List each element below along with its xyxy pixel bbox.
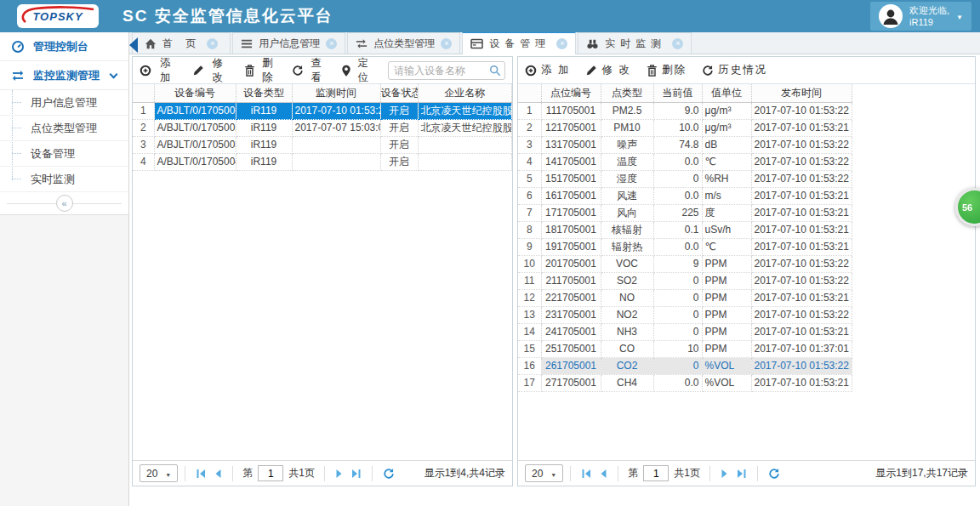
- table-cell: 北京凌天世纪控股股份有限公司: [418, 119, 512, 136]
- table-row[interactable]: 2121705001PM1010.0μg/m³2017-07-10 01:53:…: [518, 119, 852, 136]
- prev-page-button[interactable]: [595, 467, 611, 480]
- table-row[interactable]: 11211705001SO20PPM2017-07-10 01:53:22: [518, 272, 852, 289]
- sidebar-item-user-info[interactable]: 用户信息管理: [0, 90, 128, 116]
- col-header-point-type[interactable]: 点类型: [601, 84, 653, 102]
- row-number-header[interactable]: [133, 84, 154, 102]
- first-page-icon: [196, 469, 207, 479]
- tab-label: 首 页: [162, 37, 201, 51]
- col-header-device-type[interactable]: 设备类型: [236, 84, 292, 102]
- table-row[interactable]: 6161705001风速0.0m/s2017-07-10 01:53:21: [518, 187, 852, 204]
- sidebar-item-point-type[interactable]: 点位类型管理: [0, 116, 128, 141]
- sidebar-item-console[interactable]: 管理控制台: [0, 32, 128, 61]
- view-button[interactable]: 查看: [292, 56, 325, 85]
- page-size-select[interactable]: 20: [525, 464, 563, 482]
- close-icon[interactable]: [326, 38, 337, 49]
- tab-point-type[interactable]: 点位类型管理: [347, 32, 460, 54]
- next-page-button[interactable]: [332, 467, 347, 480]
- search-input[interactable]: [388, 61, 505, 80]
- table-row[interactable]: 16261705001CO20%VOL2017-07-10 01:53:22: [518, 357, 852, 374]
- col-header-point-code[interactable]: 点位编号: [541, 84, 601, 102]
- col-header-monitor-time[interactable]: 监测时间: [292, 84, 380, 102]
- user-menu[interactable]: 欢迎光临, iR119: [870, 2, 971, 31]
- table-row[interactable]: 17271705001CH40.0%VOL2017-07-10 01:53:21: [518, 374, 852, 391]
- tab-realtime[interactable]: 实时监测: [578, 32, 692, 54]
- table-row[interactable]: 10201705001VOC9PPM2017-07-10 01:53:22: [518, 255, 852, 272]
- page-prefix-label: 第: [628, 466, 638, 480]
- page-number-input[interactable]: [643, 465, 669, 481]
- tab-user-info[interactable]: 用户信息管理: [232, 32, 345, 54]
- close-icon[interactable]: [556, 38, 567, 49]
- table-cell: 温度: [601, 153, 653, 170]
- table-row[interactable]: 1111705001PM2.59.0μg/m³2017-07-10 01:53:…: [518, 102, 852, 119]
- sidebar-item-device-mgmt[interactable]: 设备管理: [0, 141, 128, 167]
- delete-button[interactable]: 删除: [244, 56, 276, 85]
- table-row[interactable]: 15251705001CO10PPM2017-07-10 01:37:01: [518, 340, 852, 357]
- add-button[interactable]: 添 加: [525, 63, 570, 77]
- divider: [7, 203, 56, 204]
- col-header-publish-time[interactable]: 发布时间: [751, 84, 852, 102]
- table-row[interactable]: 14241705001NH30PPM2017-07-10 01:53:21: [518, 323, 852, 340]
- table-row[interactable]: 12221705001NO0PPM2017-07-10 01:53:21: [518, 289, 852, 306]
- page-number-input[interactable]: [258, 465, 283, 481]
- tab-device-mgmt[interactable]: 设备管理: [462, 31, 576, 54]
- first-page-button[interactable]: [578, 467, 595, 480]
- row-number-cell: 1: [518, 102, 541, 119]
- refresh-button[interactable]: [379, 466, 398, 481]
- plus-circle-icon: [525, 65, 537, 77]
- table-row[interactable]: 1A/BJLT/0/1705001iR1192017-07-10 01:53:2…: [133, 102, 512, 119]
- table-row[interactable]: 5151705001湿度0%RH2017-07-10 01:53:22: [518, 170, 852, 187]
- sidebar-collapse-button[interactable]: «: [0, 192, 128, 214]
- close-icon[interactable]: [441, 38, 452, 49]
- table-row[interactable]: 7171705001风向225度2017-07-10 01:53:21: [518, 204, 852, 221]
- close-icon[interactable]: [672, 38, 683, 49]
- edit-button[interactable]: 修 改: [585, 63, 630, 77]
- col-header-device-status[interactable]: 设备状态: [380, 84, 418, 102]
- first-page-button[interactable]: [192, 467, 210, 480]
- sidebar-item-realtime[interactable]: 实时监测: [0, 167, 128, 192]
- table-row[interactable]: 13231705001NO20PPM2017-07-10 01:53:22: [518, 306, 852, 323]
- col-header-device-code[interactable]: 设备编号: [154, 84, 236, 102]
- table-cell: 0: [653, 357, 702, 374]
- divider: [324, 466, 325, 481]
- col-header-current-value[interactable]: 当前值: [653, 84, 702, 102]
- table-cell: 0: [653, 306, 702, 323]
- table-row[interactable]: 4A/BJLT/0/1705004iR119开启: [133, 153, 512, 170]
- add-button[interactable]: 添 加: [140, 56, 177, 85]
- search-icon[interactable]: [489, 65, 501, 77]
- divider: [618, 466, 618, 481]
- table-cell: 211705001: [541, 272, 601, 289]
- table-row[interactable]: 3A/BJLT/0/1705003iR119开启: [133, 136, 512, 153]
- add-label: 添 加: [156, 56, 177, 85]
- row-number-cell: 13: [518, 306, 541, 323]
- table-row[interactable]: 3131705001噪声74.8dB2017-07-10 01:53:22: [518, 136, 852, 153]
- last-page-button[interactable]: [732, 467, 750, 480]
- refresh-button[interactable]: [765, 466, 783, 481]
- prev-page-button[interactable]: [210, 467, 225, 480]
- table-cell: PPM: [702, 255, 751, 272]
- table-cell: A/BJLT/0/1705003: [154, 136, 236, 153]
- trash-icon: [244, 65, 255, 77]
- row-number-cell: 15: [518, 340, 541, 357]
- device-toolbar: 添 加 修 改 删除: [133, 57, 512, 84]
- row-number-header[interactable]: [518, 84, 541, 102]
- table-row[interactable]: 2A/BJLT/0/1705002iR1192017-07-07 15:03:0…: [133, 119, 512, 136]
- history-button[interactable]: 历史情况: [702, 63, 767, 77]
- table-row[interactable]: 8181705001核辐射0.1uSv/h2017-07-10 01:53:21: [518, 221, 852, 238]
- col-header-value-unit[interactable]: 值单位: [702, 84, 751, 102]
- point-panel: 添 加 修 改 删除: [517, 56, 976, 486]
- edit-button[interactable]: 修 改: [192, 56, 230, 85]
- col-header-company[interactable]: 企业名称: [418, 84, 512, 102]
- close-icon[interactable]: [207, 38, 218, 49]
- table-row[interactable]: 9191705001辐射热0.0℃2017-07-10 01:53:21: [518, 238, 852, 255]
- tab-home[interactable]: 首 页: [132, 32, 231, 54]
- topsky-logo[interactable]: TOPSKY: [17, 4, 99, 28]
- page-size-select[interactable]: 20: [140, 464, 178, 482]
- table-cell: %VOL: [702, 357, 751, 374]
- table-row[interactable]: 4141705001温度0.0℃2017-07-10 01:53:22: [518, 153, 852, 170]
- delete-button[interactable]: 删除: [647, 63, 687, 77]
- welcome-text: 欢迎光临, iR119: [909, 4, 949, 29]
- last-page-button[interactable]: [347, 467, 365, 480]
- next-page-button[interactable]: [717, 467, 732, 480]
- sidebar-item-monitor-mgmt[interactable]: 监控监测管理: [0, 61, 128, 90]
- locate-button[interactable]: 定位: [341, 56, 373, 85]
